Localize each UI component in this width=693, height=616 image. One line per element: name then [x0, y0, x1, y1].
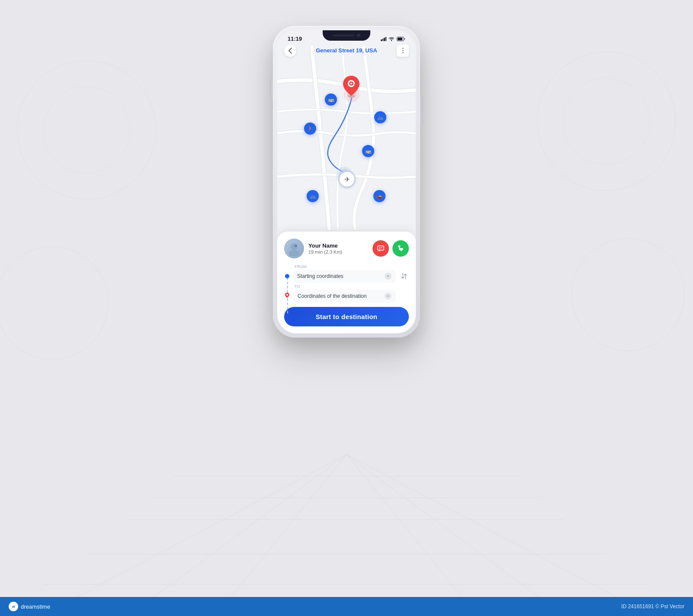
back-button[interactable]: [284, 45, 296, 57]
svg-point-32: [289, 250, 299, 256]
phone-mockup: 11:19: [273, 26, 420, 338]
pin-icon: [342, 75, 360, 97]
map-icon-bus-1[interactable]: 🚌: [325, 94, 337, 106]
to-clear-icon: ✕: [386, 294, 390, 298]
phone-notch: [323, 30, 370, 41]
bottom-panel: Your Name 19 min (2.3 Km): [277, 232, 416, 333]
to-dot: [285, 292, 290, 300]
to-placeholder-text: Coordinates of the destination: [298, 293, 366, 299]
map-icon-walk[interactable]: 🚶: [304, 123, 316, 135]
phone-outer-shell: 11:19: [273, 26, 420, 338]
from-input-row: Starting coordinates ✕: [284, 270, 409, 283]
to-input-field[interactable]: Coordinates of the destination ✕: [293, 290, 396, 303]
signal-icon: [381, 37, 386, 41]
svg-rect-34: [378, 246, 384, 250]
svg-point-30: [350, 83, 352, 84]
back-icon: [288, 48, 292, 54]
signal-bar-3: [384, 38, 385, 41]
message-icon: [377, 245, 384, 252]
status-icons: [381, 37, 405, 41]
status-time: 11:19: [288, 35, 302, 42]
driver-row: Your Name 19 min (2.3 Km): [284, 239, 409, 258]
map-area[interactable]: General Street 19, USA: [277, 44, 416, 232]
signal-bar-2: [382, 39, 384, 41]
from-dot: [285, 274, 289, 278]
message-button[interactable]: [372, 240, 389, 257]
map-icon-bus-2[interactable]: 🚌: [362, 145, 374, 157]
map-icon-cycle-1[interactable]: 🚲: [374, 111, 386, 123]
wifi-icon: [389, 37, 395, 41]
notch-camera: [357, 34, 360, 37]
current-location-btn[interactable]: ✈: [338, 170, 356, 188]
svg-rect-21: [398, 38, 402, 40]
footer-logo: dt dreamstime: [9, 602, 50, 611]
from-label: From: [295, 264, 409, 269]
map-header: General Street 19, USA: [277, 47, 416, 54]
destination-dot-icon: [285, 292, 290, 298]
start-to-destination-button[interactable]: Start to destination: [284, 307, 409, 326]
to-label: To: [295, 284, 409, 289]
footer-logo-icon: dt: [9, 602, 18, 611]
signal-bar-1: [381, 39, 382, 41]
driver-avatar: [284, 239, 304, 258]
swap-button[interactable]: [399, 271, 409, 281]
svg-rect-22: [277, 47, 416, 229]
svg-point-19: [391, 40, 392, 41]
map-title: General Street 19, USA: [316, 47, 377, 54]
signal-bar-4: [385, 37, 387, 41]
to-section: To Coordinates of the destination: [284, 284, 409, 303]
battery-icon: [397, 37, 405, 41]
destination-pin[interactable]: [342, 75, 360, 99]
route-inputs: From Starting coordinates ✕: [284, 264, 409, 326]
map-icon-cycle-2[interactable]: 🚲: [307, 190, 319, 202]
driver-name: Your Name: [308, 242, 368, 249]
call-button[interactable]: [392, 240, 409, 257]
action-buttons: [372, 240, 409, 257]
from-input-field[interactable]: Starting coordinates ✕: [293, 270, 396, 283]
from-placeholder-text: Starting coordinates: [297, 273, 343, 279]
to-clear-btn[interactable]: ✕: [385, 293, 392, 300]
avatar-icon: [286, 241, 302, 256]
footer-id-text: ID 241651691 © Pst Vector: [621, 603, 684, 610]
map-icon-car[interactable]: 🚗: [373, 190, 385, 202]
options-button[interactable]: [397, 45, 409, 57]
driver-info: Your Name 19 min (2.3 Km): [308, 242, 368, 255]
svg-point-33: [295, 245, 297, 247]
call-icon: [397, 245, 404, 252]
map-svg: [277, 44, 416, 232]
to-input-row: Coordinates of the destination ✕: [284, 290, 409, 303]
from-clear-btn[interactable]: ✕: [385, 273, 392, 280]
options-dot-2: [402, 50, 404, 51]
from-clear-icon: ✕: [386, 274, 390, 278]
footer-bar: dt dreamstime ID 241651691 © Pst Vector: [0, 597, 693, 616]
options-dot-1: [402, 48, 404, 49]
phone-screen: 11:19: [277, 30, 416, 333]
from-section: From Starting coordinates ✕: [284, 264, 409, 283]
driver-eta: 19 min (2.3 Km): [308, 249, 368, 255]
swap-icon: [401, 273, 407, 280]
footer-logo-text: dreamstime: [21, 603, 50, 610]
svg-point-37: [286, 294, 288, 296]
notch-speaker: [333, 35, 354, 36]
options-dot-3: [402, 52, 404, 53]
